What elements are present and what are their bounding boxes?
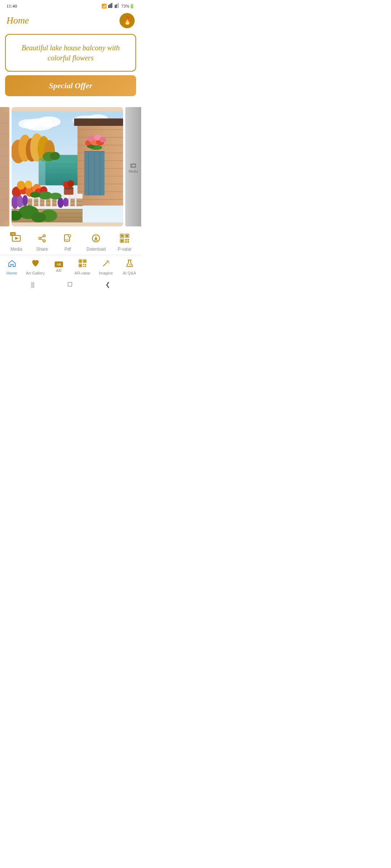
- svg-point-105: [31, 212, 46, 222]
- carousel-left-peek: [0, 107, 9, 226]
- description-box: Beautiful lake house balcony with colorf…: [5, 34, 136, 72]
- ar-nav-icon: AR: [55, 261, 63, 267]
- flask-icon: [125, 259, 134, 270]
- media-icon-wrap: AR: [9, 231, 23, 245]
- svg-point-143: [129, 264, 131, 265]
- main-image[interactable]: [12, 107, 123, 226]
- svg-rect-53: [74, 119, 123, 126]
- svg-rect-119: [121, 235, 123, 237]
- svg-rect-7: [118, 3, 119, 8]
- svg-point-20: [37, 116, 60, 127]
- svg-rect-125: [127, 239, 129, 241]
- svg-rect-124: [125, 239, 127, 241]
- ar-label: AR: [56, 268, 62, 273]
- svg-line-112: [41, 237, 43, 238]
- svg-point-141: [108, 261, 108, 261]
- share-icon: [35, 231, 49, 245]
- home-button[interactable]: ☐: [67, 281, 72, 288]
- signal2-icon: [115, 3, 120, 9]
- media-label: Media: [10, 247, 22, 252]
- download-label: Download: [87, 247, 106, 252]
- svg-point-140: [109, 261, 109, 262]
- system-nav-bar: ||| ☐ ❮: [0, 278, 141, 292]
- svg-rect-136: [83, 266, 84, 267]
- special-offer-button[interactable]: Special Offer: [5, 75, 136, 96]
- pdf-action[interactable]: PDF Pdf: [61, 231, 75, 252]
- ar-badge-right: AR: [130, 163, 136, 168]
- pvatar-icon: [118, 231, 131, 245]
- signal-icon: [108, 3, 113, 9]
- wifi-icon: 📶: [101, 4, 107, 9]
- svg-point-87: [25, 180, 32, 188]
- art-gallery-label: Art Gallery: [26, 271, 45, 275]
- svg-point-36: [50, 152, 60, 160]
- share-label: Share: [36, 247, 48, 252]
- svg-point-86: [17, 181, 25, 190]
- share-action[interactable]: Share: [35, 231, 49, 252]
- nav-item-art-gallery[interactable]: Art Gallery: [26, 259, 45, 275]
- nav-item-ar[interactable]: AR AR: [50, 261, 68, 273]
- nav-item-imagine[interactable]: Imagine: [97, 259, 115, 275]
- svg-rect-133: [79, 265, 81, 267]
- svg-rect-137: [85, 266, 86, 267]
- svg-point-110: [43, 240, 45, 242]
- svg-marker-107: [15, 237, 18, 240]
- phoenix-icon: 🔥: [122, 16, 132, 25]
- svg-point-101: [63, 198, 68, 207]
- svg-rect-114: [68, 235, 71, 237]
- pdf-icon: PDF: [61, 231, 75, 245]
- heart-icon: [31, 259, 40, 270]
- imagine-label: Imagine: [99, 271, 113, 275]
- svg-rect-129: [79, 260, 81, 262]
- svg-point-90: [22, 195, 28, 206]
- special-offer-label: Special Offer: [49, 81, 92, 90]
- pvatar-action[interactable]: P-vatar: [118, 231, 132, 252]
- battery-icon: 73%🔋: [121, 4, 135, 9]
- svg-rect-3: [112, 3, 112, 8]
- back-button[interactable]: ❮: [105, 281, 110, 288]
- status-time: 11:40: [7, 3, 17, 9]
- nav-item-ar-vatar[interactable]: AR-vatar: [73, 259, 92, 275]
- svg-line-138: [103, 262, 108, 266]
- media-action[interactable]: AR Media: [9, 231, 23, 252]
- svg-rect-79: [69, 194, 71, 207]
- svg-line-111: [41, 239, 43, 241]
- ai-qa-label: AI Q&A: [123, 271, 136, 275]
- svg-point-60: [100, 137, 106, 142]
- svg-rect-135: [85, 264, 86, 265]
- svg-point-89: [17, 195, 23, 208]
- app-header: Home 🔥: [0, 11, 141, 32]
- bottom-nav: Home Art Gallery AR AR: [0, 255, 141, 278]
- recents-button[interactable]: |||: [31, 281, 35, 288]
- carousel-right-peek: AR Media: [125, 107, 141, 226]
- svg-point-96: [67, 180, 74, 187]
- svg-point-109: [39, 237, 41, 239]
- image-carousel: AR Media: [0, 107, 141, 226]
- ar-vatar-label: AR-vatar: [75, 271, 90, 275]
- svg-rect-1: [109, 4, 110, 8]
- app-title: Home: [7, 15, 29, 26]
- status-right: 📶 73%🔋: [101, 3, 135, 9]
- svg-rect-131: [84, 260, 85, 262]
- download-action[interactable]: Download: [87, 231, 106, 252]
- svg-rect-121: [126, 235, 128, 237]
- download-icon: [89, 231, 103, 245]
- media-label-right: Media: [129, 169, 138, 173]
- svg-rect-5: [116, 4, 117, 8]
- svg-point-139: [107, 260, 108, 261]
- svg-text:PDF: PDF: [65, 239, 69, 241]
- pvatar-label: P-vatar: [118, 247, 132, 252]
- svg-rect-80: [75, 194, 77, 207]
- home-icon: [8, 259, 16, 270]
- svg-point-62: [87, 145, 95, 148]
- svg-rect-126: [125, 241, 127, 243]
- svg-rect-6: [117, 4, 118, 8]
- nav-item-ai-qa[interactable]: AI Q&A: [120, 259, 139, 275]
- nav-item-home[interactable]: Home: [3, 259, 21, 275]
- wand-icon: [102, 259, 110, 270]
- pdf-label: Pdf: [64, 247, 71, 252]
- app-logo[interactable]: 🔥: [119, 13, 135, 28]
- home-nav-label: Home: [7, 271, 17, 275]
- description-text: Beautiful lake house balcony with colorf…: [21, 44, 119, 62]
- ar-vatar-icon: [78, 259, 87, 270]
